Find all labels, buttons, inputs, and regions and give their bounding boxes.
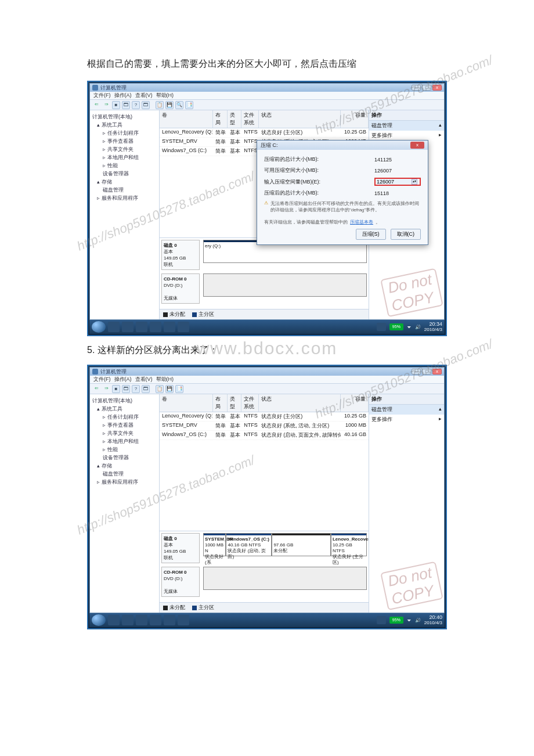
minimize-button[interactable]: — (412, 85, 421, 91)
tree-services[interactable]: 服务和应用程序 (102, 479, 138, 485)
toolbar-btn[interactable]: 📋 (156, 385, 164, 393)
taskbar-media-icon[interactable] (136, 615, 147, 625)
tree-root[interactable]: 计算机管理(本地) (92, 113, 157, 121)
tree-root[interactable]: 计算机管理(本地) (92, 397, 157, 405)
cdrom-info[interactable]: CD-ROM 0 DVD (D:) 无媒体 (161, 567, 200, 597)
cancel-button[interactable]: 取消(C) (391, 229, 421, 240)
dialog-close-icon[interactable]: x (410, 142, 424, 149)
tree-item[interactable]: 共享文件夹 (107, 430, 134, 436)
start-button[interactable] (92, 614, 106, 626)
toolbar-btn[interactable]: ? (132, 385, 140, 393)
clock[interactable]: 20:40 2010/4/3 (424, 614, 442, 626)
dialog-help-link[interactable]: 压缩基本卷 (350, 219, 373, 225)
menu-view[interactable]: 查看(V) (135, 92, 153, 99)
forward-icon[interactable]: ⇒ (102, 101, 110, 109)
tree-item[interactable]: 设备管理器 (103, 171, 129, 177)
toolbar-btn[interactable]: 🗔 (122, 385, 130, 393)
tree-services[interactable]: 服务和应用程序 (102, 195, 138, 201)
volume-row[interactable]: Windows7_OS (C:) 简单 基本 NTFS 状态良好 (启动, 页面… (160, 431, 369, 440)
maximize-button[interactable]: □ (422, 369, 431, 375)
tree-item[interactable]: 任务计划程序 (107, 414, 139, 420)
col-status[interactable]: 状态 (259, 394, 341, 412)
maximize-button[interactable]: □ (422, 85, 431, 91)
battery-indicator[interactable]: 95% (389, 323, 403, 330)
toolbar-btn[interactable]: 🗔 (122, 101, 130, 109)
tree-item[interactable]: 事件查看器 (107, 138, 134, 144)
actions-section[interactable]: 磁盘管理▴ (369, 405, 444, 415)
shrink-amount-spinner[interactable]: ▴▾ (374, 178, 421, 186)
toolbar-btn[interactable]: 💾 (165, 101, 174, 109)
menu-file[interactable]: 文件(F) (93, 376, 111, 383)
menu-help[interactable]: 帮助(H) (156, 92, 174, 99)
clock[interactable]: 20:34 2010/4/3 (424, 321, 442, 333)
tree-diskmgmt[interactable]: 磁盘管理 (103, 187, 124, 193)
tree-item[interactable]: 设备管理器 (103, 455, 129, 460)
tray-icon[interactable]: 🔊 (415, 325, 421, 330)
toolbar-btn[interactable]: 💾 (165, 385, 174, 393)
col-type[interactable]: 类型 (228, 394, 242, 412)
col-capacity[interactable]: 容量 (341, 110, 369, 128)
taskbar-paint-icon[interactable] (164, 615, 175, 625)
taskbar-mgmt-icon[interactable] (178, 615, 189, 625)
back-icon[interactable]: ⇐ (92, 101, 100, 109)
tray-icon[interactable]: ⏷ (407, 325, 412, 330)
minimize-button[interactable]: — (412, 369, 421, 375)
actions-section[interactable]: 磁盘管理▴ (369, 121, 444, 131)
col-type[interactable]: 类型 (228, 110, 242, 128)
tree-storage[interactable]: 存储 (102, 463, 112, 469)
col-volume[interactable]: 卷 (160, 394, 213, 412)
toolbar-btn[interactable]: ■ (112, 101, 120, 109)
volume-row[interactable]: SYSTEM_DRV 简单 基本 NTFS 状态良好 (系统, 活动, 主分区)… (160, 422, 369, 431)
volume-row[interactable]: Lenovo_Recovery (Q:) 简单 基本 NTFS 状态良好 (主分… (160, 412, 369, 422)
tray-icon[interactable]: ⏷ (407, 618, 412, 623)
taskbar-explorer-icon[interactable] (122, 615, 134, 625)
col-fs[interactable]: 文件系统 (241, 394, 259, 412)
disk0-info[interactable]: 磁盘 0 基本 149.05 GB 联机 (161, 533, 200, 563)
tree-item[interactable]: 本地用户和组 (107, 438, 139, 444)
col-capacity[interactable]: 容量 (341, 394, 369, 412)
menu-action[interactable]: 操作(A) (114, 92, 132, 99)
tree-item[interactable]: 性能 (107, 447, 118, 452)
tree-diskmgmt[interactable]: 磁盘管理 (103, 471, 124, 477)
menu-help[interactable]: 帮助(H) (156, 376, 174, 383)
toolbar-btn[interactable]: 🔍 (175, 101, 183, 109)
tree-item[interactable]: 本地用户和组 (107, 154, 139, 160)
menu-action[interactable]: 操作(A) (114, 376, 132, 383)
partition[interactable]: Lenovo_Recovery 10.25 GB NTFS 状态良好 (主分区) (331, 533, 367, 556)
battery-indicator[interactable]: 95% (389, 617, 403, 624)
toolbar-btn[interactable]: 🗔 (142, 385, 150, 393)
taskbar-explorer-icon[interactable] (122, 322, 134, 332)
toolbar-btn[interactable]: 📑 (175, 385, 183, 393)
toolbar-btn[interactable]: ■ (112, 385, 120, 393)
tree-item[interactable]: 任务计划程序 (107, 130, 139, 136)
forward-icon[interactable]: ⇒ (102, 385, 110, 393)
volume-row[interactable]: Lenovo_Recovery (Q:) 简单 基本 NTFS 状态良好 (主分… (160, 128, 369, 138)
toolbar-btn[interactable]: ? (132, 101, 140, 109)
taskbar-mgmt-icon[interactable] (178, 322, 189, 332)
tray-icon[interactable]: 🔊 (415, 618, 421, 623)
close-button[interactable]: x (432, 85, 442, 91)
tree-storage[interactable]: 存储 (102, 179, 112, 185)
menu-view[interactable]: 查看(V) (135, 376, 153, 383)
partition-unallocated[interactable]: 97.66 GB 未分配 (272, 533, 331, 556)
shrink-button[interactable]: 压缩(S) (356, 229, 386, 240)
tray-icon[interactable] (377, 323, 386, 331)
col-fs[interactable]: 文件系统 (241, 110, 259, 128)
taskbar-ie-icon[interactable] (108, 322, 120, 332)
partition[interactable]: SYSTEM_DR 1000 MB N 状态良好 (系 (203, 533, 226, 556)
tree-systools[interactable]: 系统工具 (102, 122, 122, 128)
spinner-up-icon[interactable]: ▴▾ (412, 179, 417, 185)
taskbar-app-icon[interactable] (150, 615, 161, 625)
cdrom-info[interactable]: CD-ROM 0 DVD (D:) 无媒体 (161, 273, 200, 304)
toolbar-btn[interactable]: 📋 (156, 101, 164, 109)
actions-more[interactable]: 更多操作▸ (369, 131, 444, 141)
tree-item[interactable]: 性能 (107, 163, 118, 168)
taskbar-ie-icon[interactable] (108, 615, 120, 625)
col-status[interactable]: 状态 (259, 110, 341, 128)
col-volume[interactable]: 卷 (160, 110, 213, 128)
disk0-info[interactable]: 磁盘 0 基本 149.05 GB 联机 (161, 240, 200, 270)
toolbar-btn[interactable]: 🗔 (142, 101, 150, 109)
start-button[interactable] (92, 321, 106, 333)
partition[interactable]: Windows7_OS (C:) 40.16 GB NTFS 状态良好 (启动,… (226, 533, 272, 556)
col-layout[interactable]: 布局 (213, 394, 228, 412)
